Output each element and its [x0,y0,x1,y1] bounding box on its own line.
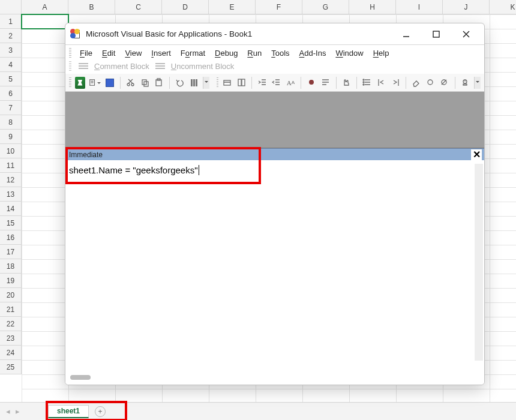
row-header[interactable]: 9 [0,130,22,144]
indent-button[interactable] [257,77,268,89]
row-header[interactable]: 13 [0,187,22,202]
mdi-client-area[interactable] [65,92,484,148]
column-header[interactable]: A [22,0,68,14]
row-header[interactable]: 1 [0,14,22,29]
select-all-corner[interactable] [0,0,22,14]
cut-button[interactable] [125,77,136,89]
breakpoint-toggle-button[interactable] [425,77,436,89]
maximize-button[interactable] [428,26,445,43]
add-sheet-button[interactable]: + [95,406,106,417]
row-header[interactable]: 17 [0,245,22,259]
menu-edit[interactable]: Edit [98,47,119,59]
row-header[interactable]: 20 [0,288,22,302]
immediate-window-titlebar[interactable]: Immediate ✕ [65,148,484,160]
design-mode-button[interactable] [222,77,233,89]
row-header[interactable]: 16 [0,230,22,245]
titlebar[interactable]: Microsoft Visual Basic for Applications … [65,23,484,45]
row-header[interactable]: 4 [0,58,22,72]
font-size-button[interactable]: AA [286,77,296,89]
outdent-button[interactable] [271,77,282,89]
menu-tools[interactable]: Tools [268,47,293,59]
eraser-button[interactable] [411,77,422,89]
sheet-nav-prev-icon[interactable]: ◂ [4,407,12,416]
column-header[interactable]: C [115,0,162,14]
row-header[interactable]: 7 [0,101,22,115]
view-excel-button[interactable] [75,77,86,89]
sheet-tab-sheet1[interactable]: sheet1 [48,405,89,418]
row-header[interactable]: 3 [0,43,22,58]
insert-module-button[interactable] [89,77,101,89]
row-header[interactable]: 11 [0,158,22,173]
svg-rect-18 [242,79,245,86]
menu-view[interactable]: View [121,47,145,59]
menu-insert[interactable]: Insert [148,47,175,59]
row-header[interactable]: 22 [0,317,22,331]
project-explorer-button[interactable] [236,77,247,89]
row-header[interactable]: 8 [0,115,22,130]
row-header[interactable]: 10 [0,144,22,158]
row-header[interactable]: 15 [0,216,22,230]
column-header[interactable]: F [256,0,302,14]
copy-button[interactable] [139,77,150,89]
column-header[interactable]: K [490,0,516,14]
menu-file[interactable]: File [76,47,96,59]
row-header[interactable]: 18 [0,259,22,274]
column-header-row: ABCDEFGHIJK [0,0,516,14]
menu-window[interactable]: Window [332,47,367,59]
comment-toolbar-grip[interactable] [69,61,71,71]
undo-button[interactable] [175,77,185,89]
row-header[interactable]: 24 [0,346,22,360]
toggle-bookmark-button[interactable] [188,77,199,89]
minimize-button[interactable] [398,26,415,43]
sheet-nav[interactable]: ◂ ▸ [4,407,22,416]
watch-button[interactable] [460,77,471,89]
next-bookmark-button[interactable] [320,77,331,89]
step-right-button[interactable] [390,77,401,89]
uncomment-block-button[interactable]: Uncomment Block [171,62,234,71]
row-header[interactable]: 23 [0,331,22,346]
menu-help[interactable]: Help [370,47,393,59]
column-header[interactable]: I [396,0,443,14]
toolbar-grip[interactable] [69,77,71,88]
column-header[interactable]: J [443,0,490,14]
active-cell[interactable] [22,14,68,29]
menubar-grip[interactable] [69,48,71,58]
row-header[interactable]: 25 [0,360,22,374]
menu-format[interactable]: Format [177,47,209,59]
toolbar-overflow[interactable] [203,77,209,89]
hand-button[interactable] [341,77,352,89]
clear-breakpoints-button[interactable] [439,77,450,89]
menu-debug[interactable]: Debug [211,47,241,59]
save-button[interactable] [104,77,115,89]
sheet-nav-next-icon[interactable]: ▸ [13,407,22,416]
close-button[interactable] [458,26,475,43]
toolbar-grip-2[interactable] [217,77,219,88]
row-header[interactable]: 2 [0,29,22,43]
immediate-window[interactable]: sheet1.Name = "geeksforgeeks" [65,160,484,385]
step-left-button[interactable] [376,77,387,89]
comment-block-button[interactable]: Comment Block [94,62,149,71]
menu-addins[interactable]: Add-Ins [296,47,330,59]
column-header[interactable]: B [68,0,115,14]
paste-button[interactable] [154,77,164,89]
immediate-scrollbar-v[interactable] [475,164,483,361]
row-header[interactable]: 6 [0,86,22,101]
toolbar-overflow-2[interactable] [474,77,481,89]
row-header[interactable]: 5 [0,72,22,86]
row-header[interactable]: 19 [0,274,22,288]
breakpoint-button[interactable] [306,77,317,89]
column-header[interactable]: G [302,0,349,14]
row-header[interactable]: 12 [0,173,22,187]
column-header[interactable]: H [349,0,396,14]
immediate-close-button[interactable]: ✕ [471,149,482,160]
menu-run[interactable]: Run [244,47,265,59]
standard-toolbar: AA [65,74,484,92]
row-header[interactable]: 21 [0,302,22,317]
immediate-input[interactable]: sheet1.Name = "geeksforgeeks" [69,165,199,176]
list-button[interactable] [362,77,373,89]
comment-toolbar: Comment Block Uncomment Block [65,59,484,74]
column-header[interactable]: E [209,0,256,14]
immediate-scrollbar-h-thumb[interactable] [70,375,91,380]
column-header[interactable]: D [162,0,209,14]
row-header[interactable]: 14 [0,202,22,216]
